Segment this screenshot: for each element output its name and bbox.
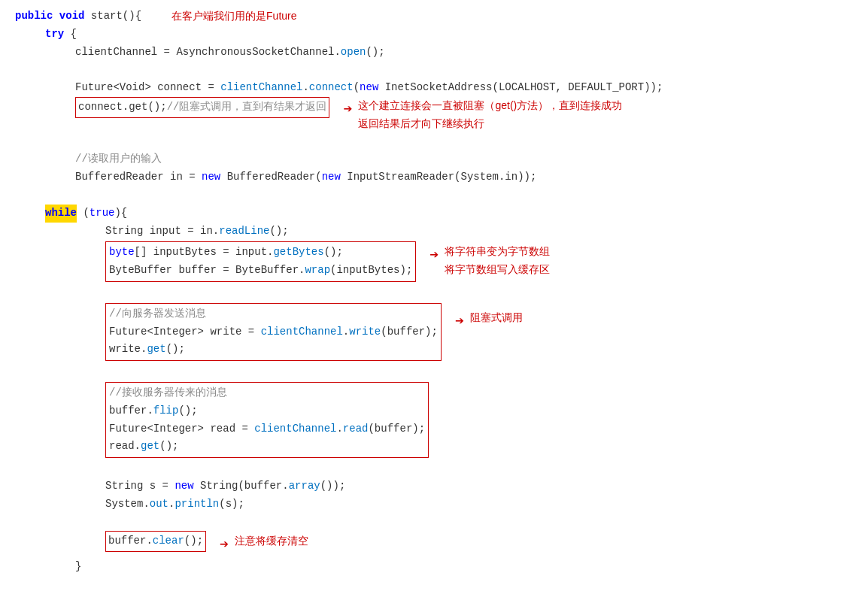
- title-line: public void start(){ 在客户端我们用的是Future: [15, 8, 853, 26]
- annotation-connect2: 返回结果后才向下继续执行: [358, 115, 622, 133]
- arrow2: ➔: [429, 243, 439, 268]
- line-open: clientChannel = AsynchronousSocketChanne…: [15, 44, 853, 62]
- clear-box: buffer.clear();: [105, 531, 206, 552]
- connect-get-box: connect.get();//阻塞式调用，直到有结果才返回: [75, 97, 329, 118]
- annotation-clear: 注意将缓存清空: [235, 532, 308, 550]
- line-bytes-row: byte[] inputBytes = input.getBytes(); By…: [15, 240, 853, 283]
- try-line: try {: [15, 26, 853, 44]
- keyword-public: public: [15, 8, 53, 26]
- annotation-title: 在客户端我们用的是Future: [171, 8, 296, 26]
- line-readline: String input = in.readLine();: [15, 223, 853, 241]
- line-comment-read: //读取用户的输入: [15, 150, 853, 168]
- line-clear-row: buffer.clear(); ➔ 注意将缓存清空: [15, 531, 853, 558]
- line-blank4: [15, 283, 853, 302]
- line-blank6: [15, 459, 853, 477]
- bytes-box: byte[] inputBytes = input.getBytes(); By…: [105, 241, 416, 282]
- code-area: public void start(){ 在客户端我们用的是Future try…: [0, 0, 868, 591]
- line-string-s: String s = new String(buffer.array());: [15, 477, 853, 496]
- line-blank5: [15, 362, 853, 380]
- line-while-close: }: [15, 558, 853, 576]
- line-blank1: [15, 61, 853, 79]
- write-box: //向服务器发送消息 Future<Integer> write = clien…: [105, 303, 442, 361]
- line-write-row: //向服务器发送消息 Future<Integer> write = clien…: [15, 302, 853, 362]
- arrow1: ➔: [343, 97, 352, 123]
- read-box: //接收服务器传来的消息 buffer.flip(); Future<Integ…: [105, 382, 429, 458]
- line-read-row: //接收服务器传来的消息 buffer.flip(); Future<Integ…: [15, 380, 853, 459]
- keyword-void: void: [59, 8, 85, 26]
- line-blank3: [15, 186, 853, 205]
- line-blank7: [15, 514, 853, 532]
- line-blank2: [15, 133, 853, 151]
- line-connect-get-row: connect.get();//阻塞式调用，直到有结果才返回 ➔ 这个建立连接会…: [15, 97, 853, 133]
- line-future-connect: Future<Void> connect = clientChannel.con…: [15, 79, 853, 97]
- arrow3: ➔: [455, 309, 464, 335]
- line-while: while (true){: [15, 205, 853, 223]
- line-buffered-reader: BufferedReader in = new BufferedReader(n…: [15, 168, 853, 186]
- line-println: System.out.println(s);: [15, 496, 853, 514]
- annotation-bytes2: 将字节数组写入缓存区: [445, 261, 550, 279]
- arrow4: ➔: [220, 532, 229, 558]
- line-blank8: [15, 576, 853, 591]
- annotation-write: 阻塞式调用: [470, 309, 523, 327]
- annotation-bytes1: 将字符串变为字节数组: [445, 243, 550, 261]
- annotation-connect: 这个建立连接会一直被阻塞（get()方法），直到连接成功: [358, 97, 622, 115]
